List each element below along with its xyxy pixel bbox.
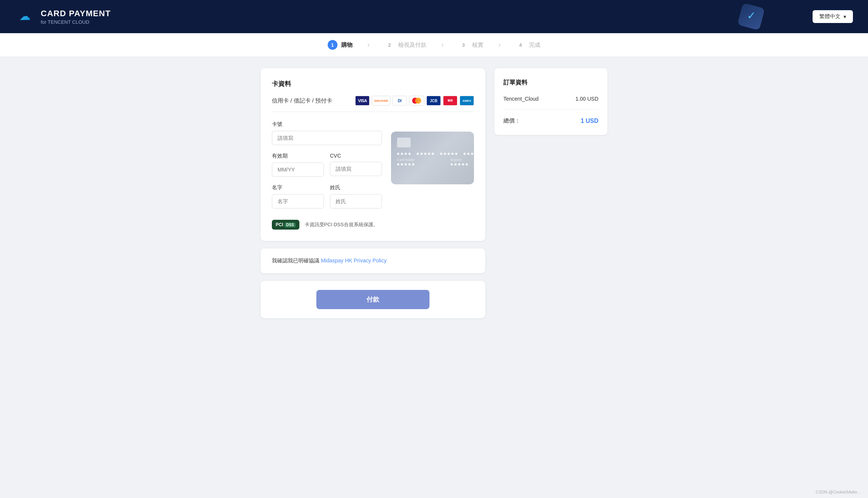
first-name-label: 名字 — [272, 184, 324, 191]
right-panel: 訂單資料 Tencent_Cloud 1.00 USD 總價： 1 USD — [494, 68, 607, 318]
card-number-label: 卡號 — [272, 121, 382, 128]
order-total-price: 1 USD — [581, 118, 598, 124]
svg-text:☁: ☁ — [19, 10, 31, 22]
header: ☁ CARD PAYMENT for TENCENT CLOUD ✓ 繁體中文 … — [0, 0, 868, 33]
card-info-dot — [454, 163, 457, 165]
first-name-input[interactable] — [272, 194, 324, 208]
step-4[interactable]: 4 完成 — [500, 40, 555, 50]
card-info-dot — [397, 163, 399, 165]
order-item-name: Tencent_Cloud — [503, 96, 538, 102]
card-info-dot — [408, 163, 411, 165]
card-dots-group-4 — [463, 153, 481, 155]
card-chip-icon — [397, 138, 411, 147]
card-dot — [428, 153, 430, 155]
step-1[interactable]: 1 購物 — [313, 40, 368, 50]
order-total-label: 總價： — [503, 117, 520, 124]
card-number-input[interactable] — [272, 131, 382, 145]
left-panel: 卡資料 信用卡 / 借記卡 / 預付卡 VISA DISCOVER DI JCB — [261, 68, 485, 318]
privacy-text: 我確認我已明確協議 — [272, 257, 319, 264]
last-name-label: 姓氏 — [330, 184, 382, 191]
card-dot — [444, 153, 446, 155]
pci-text-label: PCI — [276, 222, 283, 227]
card-number-field-group: 卡號 — [272, 121, 382, 145]
footer-watermark: CSDN @CookieSAder... — [816, 490, 860, 494]
header-decoration: ✓ — [732, 0, 770, 33]
card-dot — [463, 153, 466, 155]
header-left: ☁ CARD PAYMENT for TENCENT CLOUD — [15, 7, 111, 26]
card-dot — [401, 153, 403, 155]
card-dot — [432, 153, 434, 155]
step-3-label: 核實 — [472, 41, 483, 49]
payment-method-row: 信用卡 / 借記卡 / 預付卡 VISA DISCOVER DI JCB 银联 … — [272, 96, 474, 112]
card-number-dots — [397, 153, 468, 155]
expiry-input[interactable] — [272, 162, 324, 177]
credit-card-visual: Card holder Expires — [391, 132, 474, 184]
main-content: 卡資料 信用卡 / 借記卡 / 預付卡 VISA DISCOVER DI JCB — [253, 68, 615, 318]
card-dot — [471, 153, 473, 155]
pay-button[interactable]: 付款 — [316, 290, 429, 309]
name-row: 名字 姓氏 — [272, 184, 382, 216]
card-dot — [420, 153, 423, 155]
card-dots-group-2 — [417, 153, 434, 155]
card-section-title: 卡資料 — [272, 80, 474, 88]
privacy-section: 我確認我已明確協議 Midaspay HK Privacy Policy — [261, 248, 485, 273]
card-logos: VISA DISCOVER DI JCB 银联 AMEX — [355, 96, 474, 106]
payment-method-label: 信用卡 / 借記卡 / 預付卡 — [272, 97, 332, 104]
card-dot — [397, 153, 399, 155]
card-holder-section: Card holder — [397, 158, 415, 165]
expiry-label: 有效期 — [272, 153, 324, 159]
step-4-label: 完成 — [529, 41, 540, 49]
form-left: 卡號 有效期 CVC — [272, 121, 382, 216]
svg-text:✓: ✓ — [747, 10, 756, 21]
cvc-label: CVC — [330, 153, 382, 159]
step-1-label: 購物 — [341, 41, 353, 49]
card-dot — [408, 153, 411, 155]
header-title-block: CARD PAYMENT for TENCENT CLOUD — [41, 9, 111, 25]
card-info-section: 卡資料 信用卡 / 借記卡 / 預付卡 VISA DISCOVER DI JCB — [261, 68, 485, 241]
card-info-row: Card holder Expires — [397, 158, 468, 165]
step-3[interactable]: 3 核實 — [443, 40, 498, 50]
mastercard-logo — [409, 96, 424, 106]
card-dot — [448, 153, 450, 155]
card-expiry-dots — [451, 163, 468, 165]
card-info-dot — [401, 163, 403, 165]
diners-logo: DI — [393, 96, 407, 106]
language-label: 繁體中文 — [819, 13, 840, 20]
order-item-price: 1.00 USD — [575, 96, 598, 102]
mastercard-icon — [411, 97, 422, 104]
stepper: 1 購物 › 2 檢視及付款 › 3 核實 › 4 完成 — [0, 33, 868, 57]
privacy-policy-link[interactable]: Midaspay HK Privacy Policy — [321, 257, 386, 264]
step-1-circle: 1 — [328, 40, 337, 50]
card-holder-dots — [397, 163, 415, 165]
header-title: CARD PAYMENT — [41, 9, 111, 18]
pci-dss-badge: DSS — [285, 222, 296, 227]
form-section: 卡號 有效期 CVC — [272, 121, 474, 216]
header-subtitle: for TENCENT CLOUD — [41, 19, 111, 25]
order-total-row: 總價： 1 USD — [503, 117, 598, 124]
card-dot — [405, 153, 407, 155]
amex-logo: AMEX — [460, 96, 474, 106]
card-info-dot — [458, 163, 460, 165]
unionpay-logo: 银联 — [443, 96, 457, 106]
cvc-input[interactable] — [330, 162, 382, 176]
jcb-logo: JCB — [426, 96, 441, 106]
card-dot — [467, 153, 469, 155]
visa-logo: VISA — [355, 96, 370, 106]
pci-badge: PCI DSS — [272, 220, 299, 230]
header-3d-icon: ✓ — [734, 0, 768, 34]
step-2-label: 檢視及付款 — [398, 41, 426, 49]
step-4-circle: 4 — [515, 40, 525, 50]
card-expiry-label: Expires — [451, 158, 468, 162]
card-dot — [417, 153, 419, 155]
step-2[interactable]: 2 檢視及付款 — [370, 40, 442, 50]
card-dot — [424, 153, 426, 155]
pay-section: 付款 — [261, 281, 485, 318]
svg-point-4 — [415, 98, 421, 104]
last-name-input[interactable] — [330, 194, 382, 208]
card-info-dot — [462, 163, 464, 165]
language-selector[interactable]: 繁體中文 ▾ — [813, 10, 853, 23]
card-info-dot — [412, 163, 414, 165]
card-info-dot — [451, 163, 453, 165]
card-dot — [455, 153, 457, 155]
cvc-field-group: CVC — [330, 153, 382, 177]
